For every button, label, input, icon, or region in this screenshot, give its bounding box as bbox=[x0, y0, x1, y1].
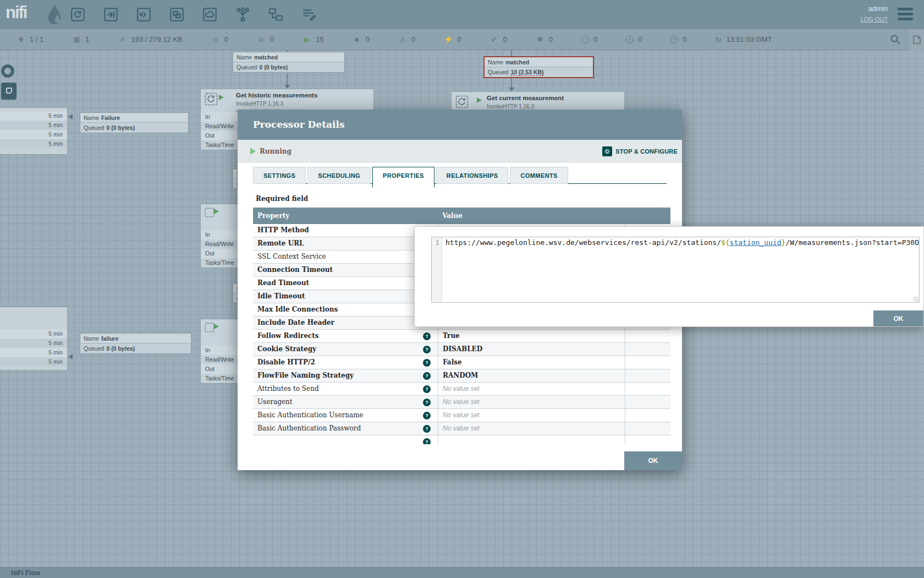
property-help-icon[interactable]: ? bbox=[423, 385, 431, 393]
connection-label-top-left[interactable]: NamematchedQueued0 (0 bytes) bbox=[233, 52, 345, 73]
breadcrumb[interactable]: NiFi Flow bbox=[11, 569, 40, 577]
property-help-icon[interactable]: ? bbox=[423, 359, 431, 367]
value-editor-content[interactable]: https://www.pegelonline.wsv.de/webservic… bbox=[442, 237, 919, 302]
property-row[interactable]: Disable HTTP/2?False bbox=[253, 356, 670, 369]
status-count: 193 / 279.12 KB bbox=[131, 35, 183, 43]
running-status-icon bbox=[250, 148, 256, 155]
status-count: 0 bbox=[224, 35, 228, 43]
property-help-icon[interactable]: ? bbox=[423, 412, 431, 419]
property-value-editor-popup: 1 https://www.pegelonline.wsv.de/webserv… bbox=[414, 226, 924, 327]
property-name: Max Idle Connections? bbox=[253, 303, 438, 316]
invokehttp-processor-icon bbox=[455, 95, 469, 111]
connection-label-sliver-2[interactable]: NameQueued bbox=[233, 283, 238, 303]
property-help-icon[interactable]: ? bbox=[423, 346, 431, 353]
connection-name: Namematched bbox=[233, 52, 344, 62]
property-name: FlowFile Naming Strategy? bbox=[253, 369, 438, 382]
component-toolbar bbox=[70, 7, 316, 22]
nifi-drop-logo-icon bbox=[45, 4, 64, 28]
property-help-icon[interactable]: ? bbox=[423, 332, 431, 340]
template-tool-icon[interactable] bbox=[268, 7, 283, 22]
gear-icon bbox=[602, 146, 612, 156]
running-status-icon bbox=[477, 97, 482, 103]
status-total-queued: ≡193 / 279.12 KB bbox=[118, 35, 183, 43]
property-row[interactable]: Follow Redirects?True bbox=[253, 330, 670, 343]
property-name: Follow Redirects? bbox=[253, 330, 438, 342]
footer-bar: NiFi Flow bbox=[0, 567, 924, 578]
global-menu-icon[interactable] bbox=[898, 8, 913, 23]
property-name: Attributes to Send? bbox=[253, 383, 438, 395]
property-name: Connection Timeout? bbox=[253, 264, 438, 276]
line-number: 1 bbox=[432, 237, 442, 302]
label-tool-icon[interactable] bbox=[301, 7, 316, 22]
stop-and-configure-button[interactable]: STOP & CONFIGURE bbox=[602, 146, 678, 156]
url-text: /W/measurements.json?start=P30D bbox=[785, 238, 919, 247]
funnel-tool-icon[interactable] bbox=[235, 7, 250, 22]
property-row[interactable]: FlowFile Naming Strategy?RANDOM bbox=[253, 369, 670, 383]
invokehttp-processor-icon bbox=[205, 92, 218, 108]
stat-window-label: 5 min bbox=[0, 111, 67, 121]
operate-panel-toggle[interactable] bbox=[910, 29, 924, 50]
search-icon[interactable] bbox=[890, 34, 901, 47]
warning-triangle-icon: ⚠ bbox=[398, 35, 407, 43]
property-name: Remote URL? bbox=[253, 237, 438, 250]
remote-process-group-tool-icon[interactable] bbox=[202, 7, 217, 22]
refresh-status[interactable]: ↻ 13:51:03 GMT bbox=[716, 35, 772, 44]
tab-settings[interactable]: SETTINGS bbox=[253, 167, 306, 184]
connection-label-bottom-left[interactable]: NamefailureQueued0 (0 bytes) bbox=[80, 333, 191, 354]
processor-type: InvokeHTTP 1.16.3 bbox=[236, 101, 283, 107]
resize-handle[interactable] bbox=[913, 296, 919, 302]
property-value: DISABLED bbox=[438, 343, 625, 356]
property-help-icon[interactable]: ? bbox=[423, 372, 431, 380]
property-row[interactable]: Basic Authentication Password?No value s… bbox=[253, 422, 670, 435]
connection-label-mid-left[interactable]: NameFailureQueued0 (0 bytes) bbox=[80, 112, 189, 133]
property-name: HTTP Method? bbox=[253, 224, 438, 237]
processor-tool-icon[interactable] bbox=[70, 7, 85, 22]
tab-properties[interactable]: PROPERTIES bbox=[372, 167, 435, 188]
connection-name: Name bbox=[233, 283, 238, 293]
input-port-tool-icon[interactable] bbox=[103, 7, 118, 22]
tab-comments[interactable]: COMMENTS bbox=[510, 167, 568, 184]
connection-label-sliver-1[interactable]: NameQueued bbox=[233, 168, 238, 189]
editor-ok-button[interactable]: OK bbox=[873, 310, 923, 326]
status-count: 0 bbox=[593, 35, 597, 43]
property-row[interactable]: Attributes to Send?No value set bbox=[253, 383, 670, 396]
last-refreshed-time: 13:51:03 GMT bbox=[726, 35, 772, 43]
status-count: 0 bbox=[366, 35, 370, 43]
property-help-icon[interactable]: ? bbox=[423, 438, 431, 444]
connection-label-top-right[interactable]: NamematchedQueued10 (2.53 KB) bbox=[483, 56, 594, 78]
running-status-icon bbox=[214, 209, 219, 214]
property-name: Basic Authentication Username? bbox=[253, 409, 438, 422]
tab-scheduling[interactable]: SCHEDULING bbox=[307, 167, 371, 184]
property-name: Useragent? bbox=[253, 396, 438, 408]
connection-name: Namematched bbox=[485, 57, 593, 67]
connection-name: Name bbox=[233, 169, 238, 179]
connection-queued: Queued0 (0 bytes) bbox=[80, 343, 191, 353]
property-row-partial[interactable]: ? bbox=[253, 435, 670, 444]
property-row[interactable]: Basic Authentication Username?No value s… bbox=[253, 409, 670, 422]
property-help-icon[interactable]: ? bbox=[423, 399, 431, 406]
process-group-tool-icon[interactable] bbox=[169, 7, 184, 22]
transmit-active-icon: ◎ bbox=[211, 35, 220, 43]
property-row[interactable]: Useragent?No value set bbox=[253, 396, 670, 409]
tab-relationships[interactable]: RELATIONSHIPS bbox=[436, 167, 509, 184]
check-icon: ✔ bbox=[490, 35, 498, 43]
status-count: 0 bbox=[683, 35, 686, 43]
property-value: No value set bbox=[438, 422, 625, 435]
status-count: 0 bbox=[270, 35, 274, 43]
dialog-ok-button[interactable]: OK bbox=[624, 451, 682, 470]
connection-arrowhead-icon bbox=[509, 88, 514, 91]
processor-stats-partial[interactable]: 5 min5 min5 min5 min bbox=[0, 107, 68, 155]
output-port-tool-icon[interactable] bbox=[136, 7, 151, 22]
property-row[interactable]: Cookie Strategy?DISABLED bbox=[253, 343, 670, 356]
expression-open: ${ bbox=[721, 238, 730, 247]
status-invalid-components: ⚠0 bbox=[398, 35, 415, 43]
status-disabled-components: ⚡0 bbox=[444, 35, 461, 43]
processor-stats-partial[interactable]: 5 min5 min5 min5 min bbox=[0, 307, 68, 370]
property-value: False bbox=[438, 356, 625, 369]
current-user: admin bbox=[868, 4, 888, 13]
dialog-header: Processor Details bbox=[238, 110, 682, 140]
property-help-icon[interactable]: ? bbox=[423, 425, 431, 433]
stat-window-label: 5 min bbox=[0, 130, 67, 139]
status-cluster-nodes: ❖1 / 1 bbox=[16, 35, 43, 43]
logout-link[interactable]: LOG OUT bbox=[860, 16, 888, 23]
